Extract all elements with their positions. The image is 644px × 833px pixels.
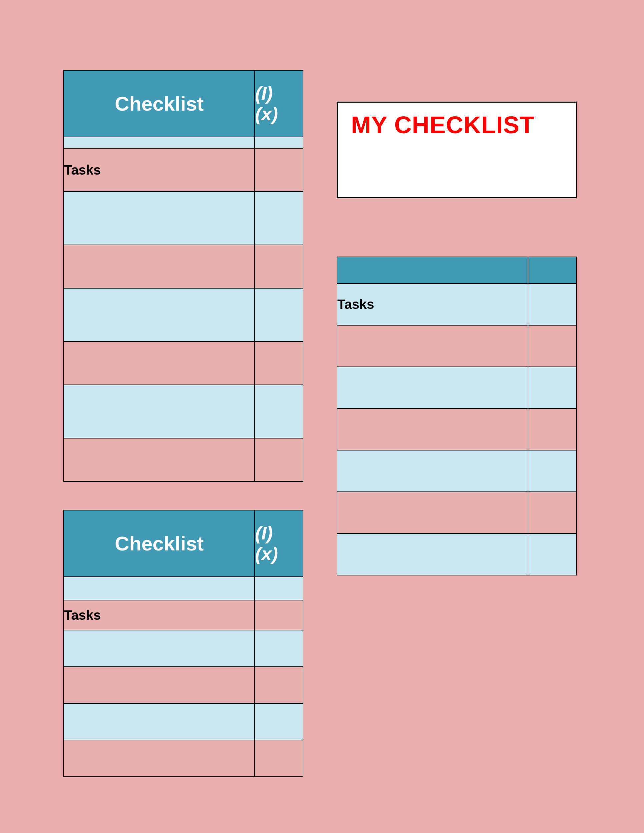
table-row	[64, 703, 303, 740]
tasks-label: Tasks	[337, 283, 528, 325]
table-row	[64, 438, 303, 481]
page-title: MY CHECKLIST	[338, 103, 576, 138]
table-row	[337, 534, 576, 575]
tasks-label: Tasks	[64, 600, 255, 630]
checklist-table-3: Tasks	[336, 257, 577, 576]
table-row	[64, 630, 303, 667]
table-row	[337, 408, 576, 450]
table-row	[337, 367, 576, 408]
table-row	[337, 325, 576, 367]
checklist-header-title	[337, 257, 528, 283]
table-row	[64, 245, 303, 288]
checklist-header-title: Checklist	[64, 510, 255, 577]
table-row	[64, 191, 303, 245]
table-row	[337, 450, 576, 492]
title-box: MY CHECKLIST	[336, 101, 577, 198]
table-row	[64, 385, 303, 438]
table-row: Tasks	[64, 600, 303, 630]
checklist-header-mark	[528, 257, 576, 283]
checklist-table-1: Checklist (I)(x) Tasks	[63, 70, 303, 482]
tasks-label: Tasks	[64, 148, 255, 191]
table-row	[64, 341, 303, 385]
table-row	[64, 667, 303, 703]
table-row	[64, 137, 303, 148]
table-row	[337, 492, 576, 534]
checklist-header-title: Checklist	[64, 70, 255, 137]
table-row: Tasks	[337, 283, 576, 325]
table-row	[64, 740, 303, 777]
table-row: Tasks	[64, 148, 303, 191]
table-row	[64, 577, 303, 600]
checklist-header-mark: (I)(x)	[255, 70, 303, 137]
checklist-header-mark: (I)(x)	[255, 510, 303, 577]
checklist-table-2: Checklist (I)(x) Tasks	[63, 510, 303, 777]
table-row	[64, 288, 303, 341]
